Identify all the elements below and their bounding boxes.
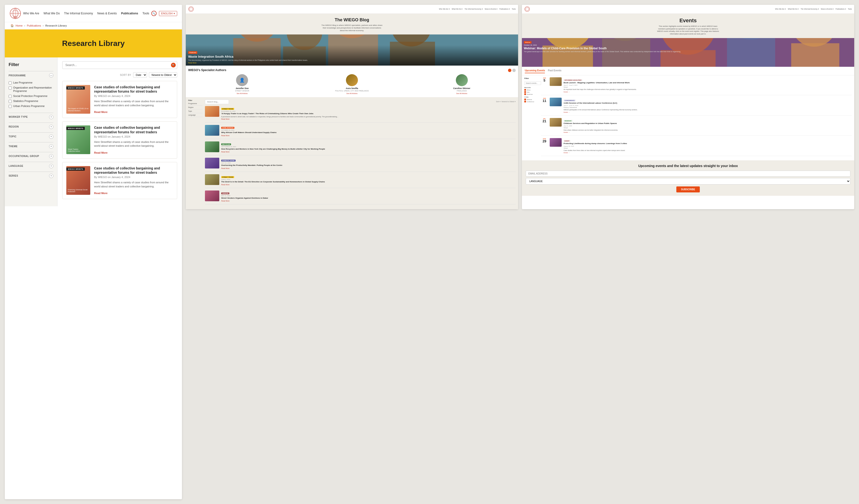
blog-thumb-5: [205, 174, 219, 185]
author-link-2[interactable]: See All Articles: [298, 93, 406, 94]
topic-toggle[interactable]: +: [49, 135, 54, 139]
authors-next-btn[interactable]: [512, 69, 516, 72]
mini-nav-who[interactable]: Who We Are ▾: [439, 8, 450, 10]
nav-what-we-do[interactable]: What We Do: [44, 12, 60, 15]
event-thumb-img-1: [550, 77, 562, 86]
lang-label: ENGLISH: [161, 12, 172, 15]
event-detail-4[interactable]: Details →: [563, 152, 852, 153]
social-checkbox[interactable]: [9, 95, 12, 98]
blog-featured-read-more[interactable]: Read More: [188, 62, 516, 64]
blog-article-content-5: STREET TRADE JUNE 5, 2024 The Devil Is i…: [221, 174, 516, 185]
sort-order-select[interactable]: Newest to Oldest Oldest to Newest: [149, 72, 177, 78]
events-mini-nav-informal[interactable]: The Informal Economy ▾: [801, 8, 819, 10]
search-submit-btn[interactable]: 🔍: [171, 63, 176, 67]
events-mini-nav-what[interactable]: What We Do ▾: [788, 8, 799, 10]
events-filter-americas[interactable]: Americas: [524, 93, 541, 95]
breadcrumb-publications[interactable]: Publications: [27, 24, 41, 27]
search-button[interactable]: 🔍: [151, 11, 156, 16]
nav-publications[interactable]: Publications: [121, 12, 138, 15]
search-input[interactable]: [62, 61, 177, 69]
filter-option-org: Organization and Representation Programm…: [9, 86, 54, 93]
blog-read-more-5[interactable]: Read More: [221, 184, 516, 185]
programme-toggle-btn[interactable]: —: [49, 73, 54, 78]
pub-cover-2: WIEGO BRIEFS Street TradersCollective Ac…: [66, 125, 90, 154]
event-detail-3[interactable]: Details →: [563, 132, 852, 133]
events-search-input[interactable]: [524, 81, 541, 85]
newsletter-email-input[interactable]: [526, 171, 850, 177]
filter-option-social: Social Protection Programme: [9, 94, 54, 98]
programme-label: PROGRAMME: [9, 74, 26, 77]
pub-cover-3: WIEGO BRIEFS Financing Universal Social …: [66, 166, 90, 195]
event-detail-1[interactable]: Details →: [563, 91, 852, 93]
org-checkbox[interactable]: [9, 87, 12, 90]
events-filter-africa[interactable]: Africa: [524, 89, 541, 91]
blog-filter-language[interactable]: Language: [188, 114, 202, 117]
events-filter-webinar[interactable]: Webinar: [524, 98, 541, 100]
mini-nav-news[interactable]: News & Events ▾: [485, 8, 497, 10]
nav-tools[interactable]: Tools: [142, 12, 149, 15]
blog-search-input[interactable]: [205, 100, 229, 104]
org-label[interactable]: Organization and Representation Programm…: [13, 86, 54, 93]
breadcrumb: 🏠 Home › Publications › Research Library: [5, 22, 182, 29]
blog-featured-article: Featured Waste Integration South Africa …: [186, 34, 518, 65]
event-detail-2[interactable]: Details →: [563, 111, 852, 113]
urban-label[interactable]: Urban Policies Programme: [13, 104, 45, 108]
language-button[interactable]: ENGLISH ▾: [159, 11, 177, 16]
mini-nav-tools[interactable]: Tools: [512, 8, 516, 10]
events-mini-nav-pubs[interactable]: Publications ▾: [835, 8, 846, 10]
theme-toggle[interactable]: +: [49, 144, 54, 149]
pub-read-more-1[interactable]: Read More: [94, 110, 107, 113]
newsletter-language-select[interactable]: LANGUAGE: [526, 178, 850, 184]
blog-filter-region[interactable]: Region: [188, 107, 202, 109]
law-checkbox[interactable]: [9, 81, 12, 85]
events-mini-nav-who[interactable]: Who We Are ▾: [775, 8, 786, 10]
blog-thumb-6: [205, 190, 219, 201]
series-toggle[interactable]: +: [49, 174, 54, 178]
social-label[interactable]: Social Protection Programme: [13, 94, 47, 98]
authors-prev-btn[interactable]: [508, 69, 511, 72]
event-desc-3: How urban childcare services can be bett…: [563, 129, 852, 131]
blog-read-more-1[interactable]: Read More: [221, 118, 516, 120]
language-toggle[interactable]: +: [49, 164, 54, 168]
nav-informal-economy[interactable]: The Informal Economy: [64, 12, 93, 15]
events-mini-nav-tools[interactable]: Tools: [848, 8, 852, 10]
mini-nav-pubs[interactable]: Publications ▾: [499, 8, 510, 10]
events-hero-content: Webinar October 18, 2024 Webinar: Models…: [524, 40, 681, 52]
stats-label[interactable]: Statistics Programme: [13, 99, 38, 103]
blog-article-date-5: JUNE 5, 2024: [221, 179, 516, 180]
theme-header: THEME +: [9, 142, 54, 151]
blog-read-more-6[interactable]: Read More: [221, 200, 516, 202]
author-link-1[interactable]: See All Articles: [188, 93, 296, 94]
events-filter-asia[interactable]: Asia: [524, 91, 541, 93]
blog-mini-header: Who We Are ▾ What We Do ▾ The Informal E…: [186, 5, 518, 14]
blog-filter-topic[interactable]: Topic: [188, 110, 202, 113]
worker-type-toggle[interactable]: +: [49, 115, 54, 119]
law-label[interactable]: Law Programme: [13, 81, 33, 84]
breadcrumb-home[interactable]: Home: [16, 24, 22, 27]
tab-past-events[interactable]: Past Events: [548, 69, 561, 73]
blog-read-more-4[interactable]: Read More: [221, 168, 516, 169]
blog-filter-programme[interactable]: Programme: [188, 103, 202, 106]
stats-checkbox[interactable]: [9, 100, 12, 103]
event-dates-1: June 5 - June 5, 2025: [563, 85, 852, 86]
urban-checkbox[interactable]: [9, 105, 12, 108]
events-filter-conf[interactable]: Conference: [524, 101, 541, 103]
mini-nav-informal[interactable]: The Informal Economy ▾: [465, 8, 483, 10]
sort-field-select[interactable]: Date: [133, 72, 147, 78]
blog-read-more-3[interactable]: Read More: [221, 151, 516, 153]
mini-nav-what[interactable]: What We Do ▾: [452, 8, 463, 10]
region-toggle[interactable]: +: [49, 125, 54, 129]
nav-who-we-are[interactable]: Who We Are: [23, 12, 39, 15]
blog-read-more-2[interactable]: Read More: [221, 135, 516, 136]
nav-news-events[interactable]: News & Events: [97, 12, 117, 15]
newsletter-submit-btn[interactable]: SUBSCRIBE: [676, 186, 700, 193]
events-mini-nav-news[interactable]: News & Events ▾: [821, 8, 834, 10]
author-name-1: Jennifer Doe: [188, 87, 296, 90]
pub-read-more-3[interactable]: Read More: [94, 192, 107, 195]
occ-group-toggle[interactable]: +: [49, 154, 54, 158]
tab-upcoming-events[interactable]: Upcoming Events: [525, 69, 545, 73]
blog-article-desc-1: A prominent women's street stall, not va…: [221, 116, 516, 118]
author-link-3[interactable]: See All Articles: [408, 93, 516, 94]
pub-read-more-2[interactable]: Read More: [94, 151, 107, 154]
filter-option-law: Law Programme: [9, 81, 54, 85]
